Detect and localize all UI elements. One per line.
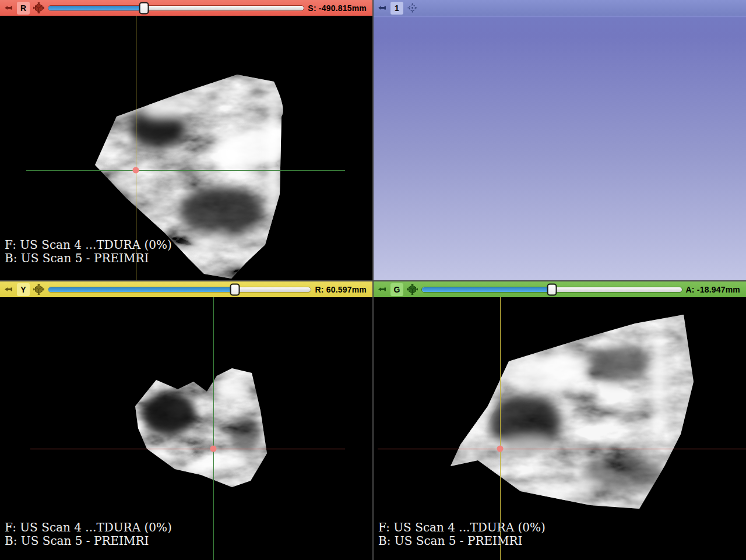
slider-groove[interactable] — [48, 287, 311, 293]
pin-icon[interactable] — [3, 286, 13, 293]
foreground-layer-label: F: US Scan 4 ...TDURA (0%) — [5, 238, 172, 252]
slice-intersection-green[interactable] — [26, 170, 345, 171]
slider-groove[interactable] — [48, 5, 304, 11]
slice-offset-value: A: -18.947mm — [686, 285, 741, 294]
slider-thumb[interactable] — [139, 2, 149, 14]
view-options-cube-icon[interactable] — [407, 284, 418, 295]
view-label-yellow[interactable]: Y — [17, 283, 30, 296]
pin-icon[interactable] — [377, 4, 387, 12]
crosshair-dot[interactable] — [497, 446, 504, 452]
slice-offset-slider[interactable] — [421, 283, 682, 296]
crosshair-dot[interactable] — [133, 167, 139, 174]
yellow-slice-controller-bar: Y R: 60.597mm — [0, 281, 372, 297]
layer-annotation: F: US Scan 4 ...TDURA (0%) B: US Scan 5 … — [5, 521, 172, 548]
threeD-view: 1 — [374, 0, 746, 280]
view-options-cube-icon[interactable] — [33, 2, 44, 13]
red-slice-view: R S: -490.815mm — [0, 0, 372, 280]
layer-annotation: F: US Scan 4 ...TDURA (0%) B: US Scan 5 … — [5, 238, 172, 265]
background-layer-label: B: US Scan 5 - PREIMRI — [5, 534, 172, 548]
pin-icon[interactable] — [377, 286, 387, 293]
slider-thumb[interactable] — [230, 283, 240, 295]
slider-fill — [48, 6, 144, 10]
yellow-slice-view: Y R: 60.597mm — [0, 281, 372, 560]
pin-icon[interactable] — [3, 4, 13, 12]
threeD-canvas[interactable] — [374, 16, 746, 280]
view-label-red[interactable]: R — [17, 2, 30, 15]
slice-offset-value: S: -490.815mm — [308, 3, 368, 13]
slider-thumb[interactable] — [547, 283, 557, 295]
fourup-layout: R S: -490.815mm — [0, 0, 746, 560]
slice-intersection-red[interactable] — [378, 449, 746, 449]
foreground-layer-label: F: US Scan 4 ...TDURA (0%) — [5, 521, 172, 534]
threeD-controller-bar: 1 — [374, 0, 746, 16]
green-slice-view: G A: -18.947mm — [374, 281, 746, 560]
background-layer-label: B: US Scan 5 - PREIMRI — [378, 534, 546, 548]
green-slice-controller-bar: G A: -18.947mm — [374, 281, 746, 297]
crosshair-icon[interactable] — [407, 2, 418, 13]
green-slice-canvas[interactable]: F: US Scan 4 ...TDURA (0%) B: US Scan 5 … — [374, 297, 746, 560]
red-slice-controller-bar: R S: -490.815mm — [0, 0, 372, 16]
layer-annotation: F: US Scan 4 ...TDURA (0%) B: US Scan 5 … — [378, 521, 546, 548]
slider-fill — [48, 287, 235, 292]
view-options-cube-icon[interactable] — [33, 284, 44, 295]
slice-intersection-red[interactable] — [30, 449, 345, 449]
slice-intersection-green[interactable] — [213, 297, 214, 560]
view-label-3d[interactable]: 1 — [390, 2, 403, 15]
slider-fill — [422, 287, 552, 292]
background-layer-label: B: US Scan 5 - PREIMRI — [5, 252, 172, 265]
slice-offset-value: R: 60.597mm — [315, 285, 368, 294]
slice-offset-slider[interactable] — [48, 283, 311, 296]
foreground-layer-label: F: US Scan 4 ...TDURA (0%) — [378, 521, 546, 534]
slice-offset-slider[interactable] — [48, 2, 304, 15]
crosshair-dot[interactable] — [210, 446, 217, 452]
view-label-green[interactable]: G — [390, 283, 403, 296]
yellow-slice-canvas[interactable]: F: US Scan 4 ...TDURA (0%) B: US Scan 5 … — [0, 297, 372, 560]
red-slice-canvas[interactable]: F: US Scan 4 ...TDURA (0%) B: US Scan 5 … — [0, 16, 372, 280]
